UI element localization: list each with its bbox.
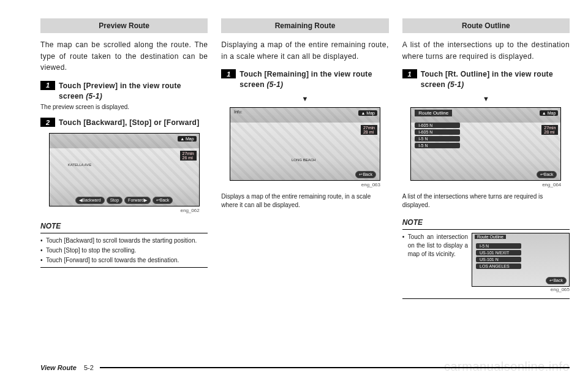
- note-heading: NOTE: [402, 218, 570, 227]
- col-remaining-route: Remaining Route Displaying a map of the …: [221, 18, 388, 302]
- list-item[interactable]: US-101 N: [476, 257, 521, 262]
- step-label: Touch [Preview] in the view route screen: [59, 81, 181, 100]
- divider: [40, 267, 208, 268]
- info-label: Info:: [234, 110, 243, 114]
- back-button[interactable]: ↩Back: [355, 171, 376, 178]
- step-2: 2 Touch [Backward], [Stop] or [Forward]: [40, 118, 208, 128]
- bottom-controls: ↩Back: [230, 171, 380, 178]
- note-item: Touch [Forward] to scroll towards the de…: [40, 256, 208, 265]
- note-item: Touch [Stop] to stop the scrolling.: [40, 246, 208, 255]
- list-item[interactable]: I-5 N: [415, 136, 460, 142]
- image-ref: eng_065: [402, 287, 570, 292]
- step-label: Touch [Rt. Outline] in the view route sc…: [421, 70, 553, 89]
- note-item: Touch [Backward] to scroll towards the s…: [40, 237, 208, 245]
- list-item[interactable]: LOS ANGELES: [476, 263, 521, 269]
- step-1: 1 Touch [Preview] in the view route scre…: [40, 81, 208, 102]
- eta-badge: 27min 26 mi: [180, 151, 197, 161]
- map-button[interactable]: ▲ Map: [358, 110, 377, 116]
- list-item[interactable]: I-5 N: [415, 143, 460, 148]
- intro-remaining: Displaying a map of the entire remaining…: [221, 39, 388, 62]
- divider: [40, 233, 208, 233]
- watermark: carmanualsonline.info: [444, 360, 570, 374]
- caption-outline: A list of the intersections where turns …: [402, 192, 570, 210]
- list-item[interactable]: I-5 N: [476, 243, 521, 249]
- intro-preview: The map can be scrolled along the route.…: [40, 39, 208, 74]
- down-arrow-icon: ▼: [221, 95, 388, 102]
- step-number-icon: 1: [402, 69, 417, 78]
- caption-remaining: Displays a map of the entire remaining r…: [221, 192, 388, 210]
- header-remaining: Remaining Route: [221, 18, 388, 33]
- step-label: Touch [Remaining] in the view route scre…: [239, 70, 372, 89]
- outline-list: I-605 N I-605 N I-5 N I-5 N: [415, 123, 460, 148]
- backward-button[interactable]: ◀Backward: [75, 197, 105, 204]
- eta-dist: 28 mi: [544, 130, 556, 134]
- screenshot-remaining: Info: ▲ Map 27min 28 mi LONG BEACH ↩Back: [230, 107, 380, 181]
- image-ref: eng_063: [230, 182, 380, 187]
- forward-button[interactable]: Forward▶: [124, 197, 151, 204]
- step-ref: (5-1): [266, 80, 283, 89]
- footer-section: View Route: [40, 364, 77, 371]
- map-road-label: KATELLA AVE: [68, 163, 91, 167]
- down-arrow-icon: ▼: [402, 95, 570, 102]
- col-preview-route: Preview Route The map can be scrolled al…: [40, 18, 208, 302]
- panel-title: Route Outline: [415, 110, 452, 116]
- eta-time: 27min: [363, 126, 375, 130]
- note-with-image: Touch an intersection on the list to dis…: [402, 233, 570, 287]
- map-button[interactable]: ▲ Map: [540, 110, 559, 116]
- footer-page: 5-2: [84, 364, 94, 371]
- note-heading: NOTE: [40, 222, 208, 230]
- list-item[interactable]: US-101 N/EXIT: [476, 250, 521, 255]
- screenshot-outline-mini: Route Outline I-5 N US-101 N/EXIT US-101…: [472, 233, 570, 287]
- eta-time: 27min: [183, 151, 194, 156]
- list-item[interactable]: I-605 N: [415, 129, 460, 135]
- eta-badge: 27min 28 mi: [361, 125, 377, 135]
- header-outline: Route Outline: [402, 18, 570, 33]
- image-ref: eng_064: [410, 182, 561, 187]
- back-button[interactable]: ↩Back: [546, 277, 567, 284]
- note-item: Touch an intersection on the list to dis…: [402, 233, 468, 259]
- step-text: Touch [Remaining] in the view route scre…: [239, 69, 388, 90]
- back-button[interactable]: ↩Back: [537, 171, 557, 178]
- eta-dist: 26 mi: [183, 156, 194, 160]
- step-subnote: The preview screen is displayed.: [40, 104, 208, 110]
- map-button[interactable]: ▲ Map: [178, 136, 197, 142]
- note-list: Touch an intersection on the list to dis…: [402, 233, 468, 287]
- screenshot-outline: Route Outline ▲ Map 27min 28 mi I-605 N …: [410, 107, 561, 181]
- col-route-outline: Route Outline A list of the intersection…: [402, 18, 570, 302]
- eta-dist: 28 mi: [363, 130, 375, 134]
- header-preview: Preview Route: [40, 18, 208, 33]
- bottom-controls: ↩Back: [472, 277, 569, 284]
- intro-outline: A list of the intersections up to the de…: [402, 39, 570, 62]
- panel-title: Route Outline: [475, 235, 506, 239]
- step-text: Touch [Preview] in the view route screen…: [59, 81, 208, 102]
- stop-button[interactable]: Stop: [107, 197, 123, 204]
- outline-list: I-5 N US-101 N/EXIT US-101 N LOS ANGELES: [476, 243, 521, 269]
- page-columns: Preview Route The map can be scrolled al…: [0, 0, 588, 302]
- map-city-label: LONG BEACH: [292, 158, 315, 162]
- divider: [402, 229, 570, 230]
- back-button[interactable]: ↩Back: [153, 197, 173, 204]
- step-number-icon: 1: [40, 81, 55, 90]
- note-list: Touch [Backward] to scroll towards the s…: [40, 237, 208, 266]
- eta-time: 27min: [544, 126, 556, 130]
- step-ref: (5-1): [86, 92, 102, 100]
- screenshot-preview: ▲ Map 27min 26 mi KATELLA AVE ◀Backward …: [49, 133, 200, 206]
- step-number-icon: 2: [40, 118, 55, 127]
- step-text: Touch [Rt. Outline] in the view route sc…: [421, 69, 570, 90]
- image-ref: eng_062: [49, 208, 200, 213]
- preview-controls: ◀Backward Stop Forward▶ ↩Back: [50, 197, 199, 204]
- list-item[interactable]: I-605 N: [415, 123, 460, 128]
- step-1: 1 Touch [Rt. Outline] in the view route …: [402, 69, 570, 90]
- step-number-icon: 1: [221, 69, 236, 78]
- step-text: Touch [Backward], [Stop] or [Forward]: [59, 118, 200, 128]
- step-ref: (5-1): [448, 80, 464, 89]
- divider: [402, 298, 570, 299]
- bottom-controls: ↩Back: [411, 171, 560, 178]
- step-1: 1 Touch [Remaining] in the view route sc…: [221, 69, 388, 90]
- eta-badge: 27min 28 mi: [541, 125, 558, 135]
